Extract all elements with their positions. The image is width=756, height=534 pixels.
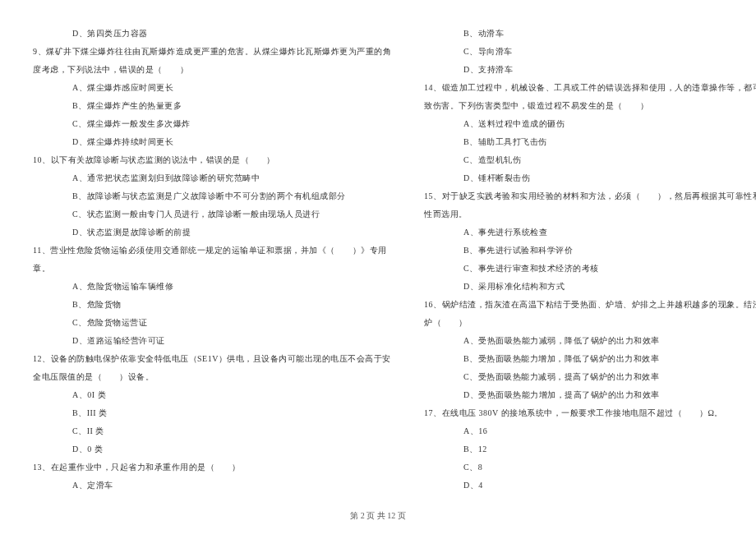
answer-option: D、4 [424,476,756,495]
question-text: 16、锅炉结渣，指灰渣在高温下粘结于受热面、炉墙、炉排之上并越积越多的现象。结渣… [424,296,756,314]
answer-option: C、煤尘爆炸一般发生多次爆炸 [33,115,391,133]
question-text: 炉（ ） [424,314,756,332]
answer-option: D、煤尘爆炸持续时间更长 [33,133,391,151]
answer-option: C、事先进行审查和技术经济的考核 [424,260,756,278]
question-text: 9、煤矿井下煤尘爆炸往往由瓦斯爆炸造成更严重的危害。从煤尘爆炸比瓦斯爆炸更为严重… [33,43,391,61]
answer-option: B、辅助工具打飞击伤 [424,133,756,151]
answer-option: B、受热面吸热能力增加，降低了锅炉的出力和效率 [424,350,756,368]
question-text: 性而选用。 [424,205,756,223]
answer-option: D、状态监测是故障诊断的前提 [33,223,391,242]
answer-option: C、受热面吸热能力减弱，提高了锅炉的出力和效率 [424,368,756,386]
answer-option: A、送料过程中造成的砸伤 [424,115,756,133]
right-column: B、动滑车C、导向滑车D、支持滑车14、锻造加工过程中，机械设备、工具或工件的错… [424,25,756,485]
answer-option: A、事先进行系统检查 [424,223,756,242]
answer-option: C、危险货物运营证 [33,314,391,332]
question-text: 全电压限值的是（ ）设备。 [33,368,391,386]
answer-option: D、受热面吸热能力增加，提高了锅炉的出力和效率 [424,386,756,404]
answer-option: C、状态监测一般由专门人员进行，故障诊断一般由现场人员进行 [33,205,391,223]
question-text: 17、在线电压 380V 的接地系统中，一般要求工作接地电阻不超过（ ）Ω。 [424,404,756,422]
question-text: 13、在起重作业中，只起省力和承重作用的是（ ） [33,458,391,476]
answer-option: C、导向滑车 [424,43,756,61]
question-text: 14、锻造加工过程中，机械设备、工具或工件的错误选择和使用，人的违章操作等，都可… [424,79,756,97]
question-text: 15、对于缺乏实践考验和实用经验的材料和方法，必须（ ），然后再根据其可靠性和安… [424,187,756,205]
answer-option: D、锤杆断裂击伤 [424,169,756,187]
answer-option: B、事先进行试验和科学评价 [424,242,756,260]
answer-option: B、煤尘爆炸产生的热量更多 [33,97,391,115]
answer-option: C、造型机轧伤 [424,151,756,169]
question-text: 10、以下有关故障诊断与状态监测的说法中，错误的是（ ） [33,151,391,169]
answer-option: C、II 类 [33,422,391,440]
left-column: D、第四类压力容器9、煤矿井下煤尘爆炸往往由瓦斯爆炸造成更严重的危害。从煤尘爆炸… [33,25,391,485]
answer-option: C、8 [424,458,756,476]
answer-option: A、16 [424,422,756,440]
answer-option: A、0I 类 [33,386,391,404]
answer-option: B、动滑车 [424,25,756,43]
page-footer: 第 2 页 共 12 页 [0,510,756,522]
answer-option: D、支持滑车 [424,61,756,79]
answer-option: A、煤尘爆炸感应时间更长 [33,79,391,97]
question-text: 度考虑，下列说法中，错误的是（ ） [33,61,391,79]
answer-option: A、危险货物运输车辆维修 [33,278,391,296]
answer-option: A、定滑车 [33,476,391,495]
question-text: 11、营业性危险货物运输必须使用交通部统一规定的运输单证和票据，并加《（ ）》专… [33,242,391,260]
question-text: 12、设备的防触电保护依靠安全特低电压（SE1V）供电，且设备内可能出现的电压不… [33,350,391,368]
answer-option: A、通常把状态监测划归到故障诊断的研究范畴中 [33,169,391,187]
answer-option: D、0 类 [33,440,391,458]
answer-option: D、第四类压力容器 [33,25,391,43]
answer-option: D、采用标准化结构和方式 [424,278,756,296]
answer-option: B、故障诊断与状态监测是广义故障诊断中不可分割的两个有机组成部分 [33,187,391,205]
answer-option: B、12 [424,440,756,458]
answer-option: D、道路运输经营许可证 [33,332,391,350]
question-text: 致伤害。下列伤害类型中，锻造过程不易发生的是（ ） [424,97,756,115]
question-text: 章。 [33,260,391,278]
answer-option: B、III 类 [33,404,391,422]
answer-option: B、危险货物 [33,296,391,314]
answer-option: A、受热面吸热能力减弱，降低了锅炉的出力和效率 [424,332,756,350]
